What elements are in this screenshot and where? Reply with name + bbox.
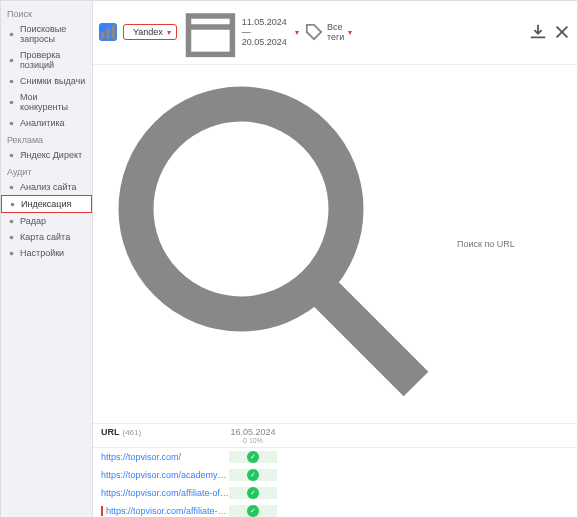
status-cell: ✓ [229, 505, 277, 517]
check-icon: ✓ [247, 487, 259, 499]
date-range[interactable]: 11.05.2024 — 20.05.2024▾ [183, 5, 299, 60]
status-cell: ✓ [229, 469, 277, 481]
svg-rect-15 [188, 16, 232, 54]
sidebar-item-Анализ сайта[interactable]: Анализ сайта [1, 179, 92, 195]
sidebar: ПоискПоисковые запросыПроверка позицийСн… [1, 1, 93, 517]
svg-point-9 [10, 235, 14, 239]
sb-group-audit: Аудит [1, 163, 92, 179]
sidebar-item-0[interactable]: Поисковые запросы [1, 21, 92, 47]
svg-point-8 [10, 219, 14, 223]
tags-select[interactable]: Все теги▾ [305, 22, 352, 42]
panel-1: ПоискПоисковые запросыПроверка позицийСн… [0, 0, 578, 517]
svg-point-2 [10, 79, 14, 83]
toolbar: YYandex▾11.05.2024 — 20.05.2024▾Все теги… [93, 1, 577, 65]
check-icon: ✓ [247, 451, 259, 463]
sidebar-item-Карта сайта[interactable]: Карта сайта [1, 229, 92, 245]
status-cell: ✓ [229, 487, 277, 499]
svg-point-5 [10, 153, 14, 157]
export-button[interactable] [529, 23, 547, 41]
search-row [93, 65, 577, 424]
status-cell: ✓ [229, 451, 277, 463]
svg-point-3 [10, 100, 14, 104]
sidebar-item-Настройки[interactable]: Настройки [1, 245, 92, 261]
tools-button[interactable] [553, 23, 571, 41]
svg-point-6 [10, 185, 14, 189]
table-row: https://topvisor.com/affiliate-offer/✓ [93, 484, 577, 502]
sb-group-search: Поиск [1, 5, 92, 21]
date-col: 16.05.20240 10% [229, 427, 277, 444]
check-icon: ✓ [247, 469, 259, 481]
url-link[interactable]: https://topvisor.com/ [101, 452, 229, 462]
selector-dropdown[interactable]: YYandex▾ [123, 24, 177, 40]
svg-point-1 [10, 58, 14, 62]
table-row: https://topvisor.com/✓ [93, 448, 577, 466]
check-icon: ✓ [247, 505, 259, 517]
svg-rect-13 [112, 25, 116, 39]
sidebar-item-4[interactable]: Аналитика [1, 115, 92, 131]
url-link[interactable]: https://topvisor.com/affiliate-offer/ [101, 488, 229, 498]
svg-point-0 [10, 32, 14, 36]
url-link[interactable]: https://topvisor.com/affiliate-program/ [101, 506, 229, 516]
svg-point-7 [11, 202, 15, 206]
sidebar-item-ads[interactable]: Яндекс Директ [1, 147, 92, 163]
chart-button[interactable] [99, 23, 117, 41]
sb-group-ads: Реклама [1, 131, 92, 147]
sidebar-item-Индексация[interactable]: Индексация [1, 195, 92, 213]
svg-point-10 [10, 251, 14, 255]
sidebar-item-1[interactable]: Проверка позиций [1, 47, 92, 73]
table-row: https://topvisor.com/academy-seo-start/✓ [93, 466, 577, 484]
svg-point-4 [10, 121, 14, 125]
table-header: URL(461)16.05.20240 10% [93, 424, 577, 448]
sidebar-item-Радар[interactable]: Радар [1, 213, 92, 229]
svg-line-18 [311, 279, 416, 384]
table-row: https://topvisor.com/affiliate-program/✓ [93, 502, 577, 517]
svg-rect-12 [106, 29, 110, 40]
search-input[interactable] [457, 239, 569, 249]
url-link[interactable]: https://topvisor.com/academy-seo-start/ [101, 470, 229, 480]
svg-rect-11 [101, 32, 105, 39]
sidebar-item-3[interactable]: Мои конкуренты [1, 89, 92, 115]
sidebar-item-2[interactable]: Снимки выдачи [1, 73, 92, 89]
